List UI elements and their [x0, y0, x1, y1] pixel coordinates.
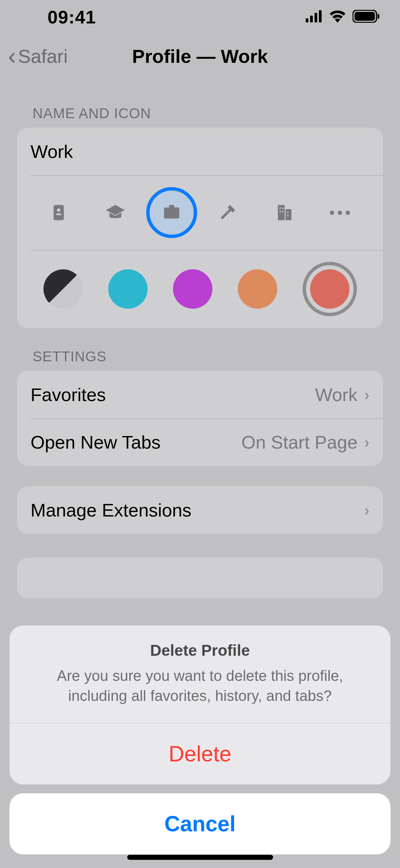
color-swatch-coral — [310, 269, 349, 309]
delete-button[interactable]: Delete — [9, 723, 391, 784]
chevron-left-icon: ‹ — [8, 44, 16, 68]
icon-option-graduation[interactable] — [90, 187, 141, 238]
action-sheet-card: Delete Profile Are you sure you want to … — [9, 626, 391, 784]
back-button[interactable]: ‹ Safari — [0, 44, 68, 68]
section-header-settings: SETTINGS — [17, 328, 383, 371]
section-header-name-icon: NAME AND ICON — [17, 92, 383, 128]
svg-point-8 — [57, 209, 60, 212]
color-option-purple[interactable] — [173, 269, 212, 309]
profile-name-field[interactable]: Work — [17, 128, 383, 175]
profile-name-value: Work — [31, 141, 73, 162]
action-sheet-header: Delete Profile Are you sure you want to … — [9, 626, 391, 723]
cellular-icon — [306, 10, 323, 24]
building-icon — [274, 202, 295, 223]
settings-row-favorites[interactable]: Favorites Work › — [17, 371, 383, 418]
wifi-icon — [329, 10, 346, 24]
battery-icon — [353, 10, 380, 24]
favorites-label: Favorites — [31, 384, 106, 405]
settings-row-new-tabs[interactable]: Open New Tabs On Start Page › — [17, 418, 383, 466]
action-sheet-title: Delete Profile — [26, 641, 374, 659]
hammer-icon — [218, 202, 239, 223]
svg-rect-11 — [286, 209, 292, 220]
svg-rect-6 — [378, 14, 379, 19]
svg-rect-2 — [315, 13, 317, 22]
action-sheet: Delete Profile Are you sure you want to … — [0, 626, 400, 868]
settings-group: Favorites Work › Open New Tabs On Start … — [17, 371, 383, 466]
svg-rect-15 — [282, 211, 284, 212]
cancel-button[interactable]: Cancel — [9, 793, 391, 854]
icon-option-briefcase[interactable] — [146, 187, 197, 238]
status-bar: 09:41 — [0, 0, 400, 34]
icon-option-more[interactable]: ••• — [316, 187, 367, 238]
extensions-group: Manage Extensions › — [17, 486, 383, 534]
svg-rect-7 — [54, 205, 64, 220]
color-option-coral[interactable] — [303, 262, 357, 316]
icon-option-badge[interactable] — [33, 187, 84, 238]
svg-rect-9 — [56, 214, 61, 215]
extensions-label: Manage Extensions — [31, 500, 191, 521]
color-option-orange[interactable] — [238, 269, 277, 309]
svg-rect-17 — [287, 215, 289, 217]
chevron-right-icon: › — [364, 385, 369, 404]
briefcase-icon — [161, 202, 182, 223]
back-label: Safari — [18, 45, 68, 67]
svg-rect-13 — [282, 207, 284, 209]
status-time: 09:41 — [47, 6, 96, 28]
settings-row-extensions[interactable]: Manage Extensions › — [17, 486, 383, 534]
icon-option-hammer[interactable] — [203, 187, 254, 238]
svg-rect-5 — [355, 12, 375, 21]
icon-picker-row: ••• — [17, 175, 383, 250]
chevron-right-icon: › — [364, 501, 369, 519]
hidden-group — [17, 558, 383, 598]
chevron-right-icon: › — [364, 433, 369, 451]
svg-rect-1 — [310, 16, 313, 22]
graduation-cap-icon — [105, 202, 126, 223]
color-option-blackwhite[interactable] — [43, 269, 83, 309]
color-picker-row — [17, 250, 383, 328]
cancel-button-label: Cancel — [165, 811, 236, 836]
svg-rect-16 — [287, 212, 289, 213]
favorites-value: Work — [315, 384, 358, 405]
svg-rect-10 — [278, 205, 285, 220]
ellipsis-icon: ••• — [329, 204, 353, 221]
name-icon-group: Work ••• — [17, 128, 383, 328]
badge-icon — [49, 202, 69, 223]
svg-rect-12 — [280, 207, 281, 209]
color-option-teal[interactable] — [108, 269, 148, 309]
delete-button-label: Delete — [169, 741, 231, 766]
svg-rect-3 — [319, 10, 322, 22]
svg-rect-0 — [306, 18, 308, 22]
home-indicator[interactable] — [127, 855, 273, 860]
svg-rect-14 — [280, 211, 281, 212]
cancel-card: Cancel — [9, 793, 391, 854]
navigation-bar: ‹ Safari Profile — Work — [0, 34, 400, 78]
new-tabs-value: On Start Page — [241, 432, 357, 453]
icon-option-building[interactable] — [259, 187, 310, 238]
new-tabs-label: Open New Tabs — [31, 432, 160, 453]
action-sheet-message: Are you sure you want to delete this pro… — [26, 666, 374, 706]
status-indicators — [306, 10, 380, 24]
